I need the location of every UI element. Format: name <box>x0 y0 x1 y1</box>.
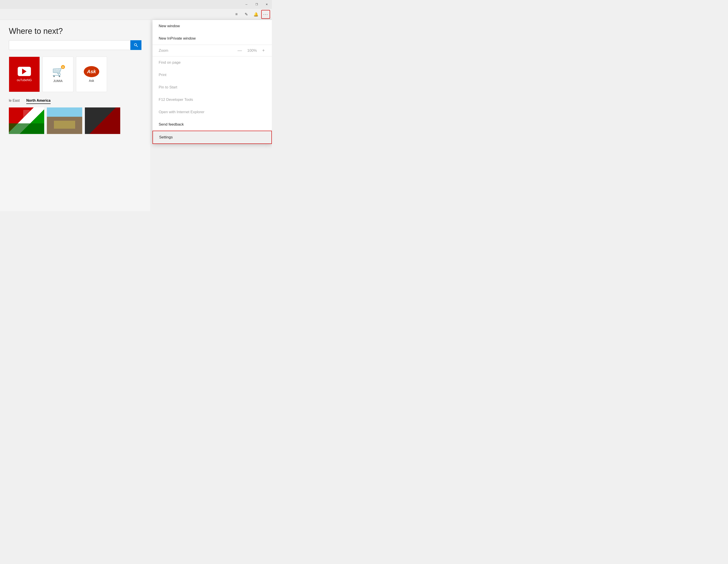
menu-f12-tools[interactable]: F12 Developer Tools <box>152 93 272 106</box>
hub-icon: ≡ <box>235 12 238 17</box>
search-button[interactable] <box>130 40 141 50</box>
news-thumb-1[interactable] <box>9 107 44 134</box>
news-image-crash <box>47 107 82 134</box>
ask-logo-text: Ask <box>87 69 96 74</box>
note-icon: ✎ <box>245 12 248 17</box>
menu-send-feedback[interactable]: Send feedback <box>152 118 272 131</box>
menu-settings[interactable]: Settings <box>152 131 272 144</box>
zoom-value: 100% <box>247 48 257 53</box>
notifications-button[interactable]: 🔔 <box>252 10 260 19</box>
note-button[interactable]: ✎ <box>242 10 251 19</box>
toolbar: ≡ ✎ 🔔 ··· <box>0 9 272 20</box>
menu-print[interactable]: Print <box>152 69 272 81</box>
tile-ask-label: Ask <box>89 79 94 82</box>
menu-find-on-page[interactable]: Find on page <box>152 56 272 69</box>
tile-jumia[interactable]: 🛒 ★ JUMIA <box>42 57 73 92</box>
minimize-button[interactable]: ─ <box>241 0 252 9</box>
notifications-icon: 🔔 <box>253 12 258 17</box>
menu-pin-to-start[interactable]: Pin to Start <box>152 81 272 93</box>
search-icon <box>134 43 138 47</box>
more-icon: ··· <box>263 12 268 17</box>
tile-jumia-label: JUMIA <box>53 79 63 83</box>
zoom-controls: — 100% + <box>237 48 266 53</box>
tab-middle-east[interactable]: le East <box>9 99 20 104</box>
news-image-flags <box>9 107 44 134</box>
menu-new-window[interactable]: New window <box>152 20 272 32</box>
svg-point-0 <box>134 44 137 46</box>
tile-youtube[interactable]: ouTubeNG <box>9 57 40 92</box>
zoom-plus-button[interactable]: + <box>261 48 266 53</box>
news-row <box>0 107 150 134</box>
tiles-row: ouTubeNG 🛒 ★ JUMIA Ask Ask <box>0 57 150 92</box>
tile-youtube-label: ouTubeNG <box>17 78 32 82</box>
zoom-minus-button[interactable]: — <box>237 48 243 53</box>
news-thumb-2[interactable] <box>47 107 82 134</box>
tab-north-america[interactable]: North America <box>26 99 51 104</box>
search-input[interactable] <box>9 40 130 50</box>
tile-ask[interactable]: Ask Ask <box>76 57 107 92</box>
region-tabs: le East North America <box>0 99 150 104</box>
zoom-label: Zoom <box>159 48 168 53</box>
menu-new-inprivate[interactable]: New InPrivate window <box>152 32 272 45</box>
close-button[interactable]: ✕ <box>262 0 272 9</box>
dropdown-menu: New window New InPrivate window Zoom — 1… <box>152 20 272 144</box>
titlebar: ─ ❐ ✕ <box>0 0 272 9</box>
news-thumb-3[interactable] <box>85 107 120 134</box>
news-image-dance <box>85 107 120 134</box>
svg-line-1 <box>136 46 138 47</box>
search-bar-area <box>0 40 150 50</box>
menu-open-ie[interactable]: Open with Internet Explorer <box>152 106 272 118</box>
page-heading: Where to next? <box>0 20 150 40</box>
zoom-row: Zoom — 100% + <box>152 45 272 56</box>
more-button[interactable]: ··· <box>261 10 270 19</box>
ask-logo: Ask <box>84 66 99 77</box>
jumia-cart-icon: 🛒 ★ <box>52 66 64 77</box>
youtube-play-icon <box>18 67 31 76</box>
restore-button[interactable]: ❐ <box>252 0 262 9</box>
browser-content: Where to next? ouTubeNG 🛒 ★ JUMIA <box>0 20 150 211</box>
hub-button[interactable]: ≡ <box>232 10 241 19</box>
